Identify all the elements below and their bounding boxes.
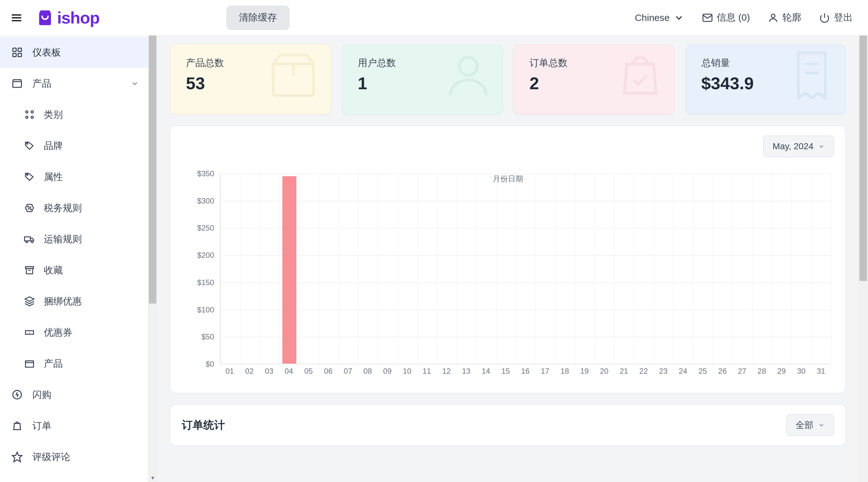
stat-card-orders: 订单总数 2	[514, 45, 674, 114]
messages-link[interactable]: 信息 (0)	[702, 11, 750, 24]
x-tick-label: 15	[496, 367, 516, 377]
x-tick-label: 27	[732, 367, 752, 377]
x-tick-label: 19	[575, 367, 594, 377]
chart-bar	[282, 176, 296, 364]
y-tick-label: $50	[202, 333, 214, 341]
flash-icon	[11, 389, 23, 400]
sidebar-item-dashboard[interactable]: 仪表板	[0, 37, 148, 68]
sidebar-sub-label: 产品	[44, 357, 63, 370]
sidebar-item-label: 评级评论	[32, 451, 70, 463]
sidebar-sub-products-list[interactable]: 产品	[0, 348, 148, 379]
logout-label: 登出	[834, 11, 853, 24]
profile-link[interactable]: 轮廓	[768, 11, 801, 24]
y-tick-label: $200	[197, 251, 214, 260]
svg-point-4	[771, 14, 775, 18]
user-icon	[768, 12, 778, 23]
x-tick-label: 12	[437, 367, 456, 377]
y-tick-label: $150	[197, 278, 214, 287]
svg-rect-24	[26, 268, 33, 274]
x-tick-label: 25	[693, 367, 713, 377]
x-tick-label: 21	[614, 367, 634, 377]
sidebar-sub-label: 优惠券	[44, 326, 72, 339]
chevron-down-icon	[674, 12, 684, 23]
main-content: 产品总数 53 用户总数 1 订单总数 2 总销量 $343.9	[157, 35, 859, 482]
y-tick-label: $350	[197, 169, 214, 178]
brand-text: ishop	[57, 8, 100, 27]
chart-x-axis: 0102030405060708091011121314151617181920…	[220, 367, 831, 377]
x-tick-label: 30	[792, 367, 811, 377]
svg-marker-26	[25, 297, 34, 301]
layers-icon	[24, 296, 35, 307]
y-tick-label: $300	[197, 197, 214, 205]
sales-bar-chart: $0$50$100$150$200$250$300$350 0102030405…	[182, 174, 834, 383]
sidebar-sub-shipping[interactable]: 运输规则	[0, 224, 148, 255]
chevron-down-icon	[131, 79, 139, 88]
hamburger-icon	[11, 12, 22, 24]
chart-y-axis: $0$50$100$150$200$250$300$350	[182, 174, 220, 364]
svg-point-11	[26, 111, 28, 113]
menu-toggle-button[interactable]	[9, 11, 24, 25]
profile-label: 轮廓	[782, 11, 801, 24]
tag-icon	[24, 171, 35, 182]
main-scrollbar-thumb[interactable]	[860, 35, 867, 281]
main-scrollbar[interactable]	[859, 35, 868, 482]
svg-point-14	[31, 116, 33, 118]
x-tick-label: 08	[358, 367, 377, 377]
sidebar-scrollbar[interactable]: ▾	[148, 35, 157, 482]
grid-icon	[24, 109, 35, 120]
package-icon	[24, 358, 35, 369]
x-tick-label: 29	[772, 367, 792, 377]
sidebar-item-flashsale[interactable]: 闪购	[0, 379, 148, 410]
main-wrap: 产品总数 53 用户总数 1 订单总数 2 总销量 $343.9	[157, 35, 868, 482]
logout-link[interactable]: 登出	[819, 11, 853, 24]
sidebar-sub-categories[interactable]: 类别	[0, 99, 148, 130]
sidebar: 仪表板 产品 类别 品牌 属性 税务规则	[0, 35, 148, 482]
scroll-down-icon[interactable]: ▾	[148, 474, 157, 482]
order-filter-dropdown[interactable]: 全部	[786, 414, 834, 436]
clear-cache-button[interactable]: 清除缓存	[226, 6, 289, 30]
svg-rect-28	[25, 361, 34, 367]
x-tick-label: 28	[752, 367, 772, 377]
svg-rect-10	[13, 82, 22, 87]
svg-rect-6	[13, 48, 17, 52]
order-stats-header: 订单统计 全部	[182, 414, 834, 436]
top-bar: ishop 清除缓存 Chinese 信息 (0) 轮廓 登出	[0, 0, 868, 35]
sidebar-item-label: 产品	[32, 77, 52, 90]
x-tick-label: 17	[535, 367, 555, 377]
svg-marker-31	[12, 452, 22, 462]
sidebar-item-orders[interactable]: 订单	[0, 410, 148, 442]
y-tick-label: $250	[197, 224, 214, 232]
sidebar-sub-tax[interactable]: 税务规则	[0, 192, 148, 224]
x-tick-label: 07	[338, 367, 358, 377]
archive-icon	[24, 265, 35, 276]
month-selector[interactable]: May, 2024	[763, 136, 834, 157]
sidebar-sub-collections[interactable]: 收藏	[0, 255, 148, 286]
x-tick-label: 18	[555, 367, 575, 377]
sales-chart-panel: May, 2024 $0$50$100$150$200$250$300$350 …	[170, 126, 846, 393]
svg-rect-7	[18, 48, 22, 52]
sidebar-sub-label: 捆绑优惠	[44, 295, 82, 308]
stat-card-products: 产品总数 53	[170, 45, 331, 114]
svg-point-34	[459, 57, 477, 75]
x-tick-label: 01	[220, 367, 240, 377]
x-tick-label: 10	[397, 367, 417, 377]
language-dropdown[interactable]: Chinese	[635, 12, 684, 23]
brand-logo[interactable]: ishop	[36, 8, 100, 27]
sidebar-sub-label: 运输规则	[44, 233, 82, 246]
sidebar-sub-label: 品牌	[44, 139, 63, 152]
sidebar-item-products[interactable]: 产品	[0, 68, 148, 99]
shop-icon	[11, 78, 23, 89]
x-tick-label: 16	[516, 367, 535, 377]
sidebar-sub-coupons[interactable]: 优惠券	[0, 317, 148, 348]
bag-icon	[11, 420, 23, 431]
sidebar-sub-brands[interactable]: 品牌	[0, 130, 148, 161]
sidebar-scrollbar-thumb[interactable]	[149, 35, 156, 304]
stats-row: 产品总数 53 用户总数 1 订单总数 2 总销量 $343.9	[170, 45, 846, 114]
sidebar-item-reviews[interactable]: 评级评论	[0, 442, 148, 473]
sidebar-sub-bundles[interactable]: 捆绑优惠	[0, 286, 148, 317]
sidebar-sub-attributes[interactable]: 属性	[0, 161, 148, 192]
x-tick-label: 23	[654, 367, 673, 377]
user-icon	[441, 48, 495, 102]
percent-icon	[24, 203, 35, 214]
chevron-down-icon	[818, 422, 825, 429]
